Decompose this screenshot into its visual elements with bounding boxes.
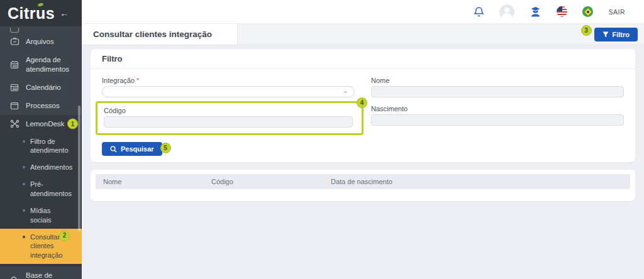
bullet-dot bbox=[23, 140, 25, 143]
title-segment: Consultar clientes integração bbox=[82, 24, 238, 45]
calendar-icon bbox=[9, 83, 19, 92]
bullet-dot bbox=[23, 209, 25, 212]
flag-us-canton bbox=[557, 6, 562, 11]
archive-icon bbox=[9, 37, 19, 46]
sidebar-subitem-pre-atendimentos[interactable]: Pré-atendimentos bbox=[0, 176, 82, 202]
sidebar-subitem-label: Pré-atendimentos bbox=[30, 180, 72, 199]
sidebar-item-label: LemonDesk bbox=[26, 119, 64, 129]
sidebar-item-agenda-de-atendimentos[interactable]: Agenda de atendimentos bbox=[0, 51, 82, 79]
nascimento-label: Nascimento bbox=[371, 105, 624, 112]
page-title: Consultar clientes integração bbox=[93, 30, 212, 39]
sidebar-item-calendario[interactable]: Calendário bbox=[0, 79, 82, 97]
codigo-input[interactable] bbox=[104, 116, 353, 128]
table-header-data-nascimento: Data de nascimento bbox=[323, 178, 630, 185]
titlebar: Consultar clientes integração 3 Filtro bbox=[82, 24, 644, 45]
select-chevron-down-icon: ⌄ bbox=[343, 87, 348, 94]
sidebar-subitem-atendimentos[interactable]: Atendimentos bbox=[0, 159, 82, 176]
sidebar-item-label: Arquivos bbox=[26, 37, 54, 46]
sidebar-scrollbar[interactable] bbox=[78, 106, 80, 231]
sidebar-item-lemondesk[interactable]: LemonDesk ⌄ 1 bbox=[0, 115, 82, 133]
sidebar-item-processos[interactable]: Processos bbox=[0, 97, 82, 115]
table-body-empty bbox=[96, 189, 630, 197]
table-header-nome: Nome bbox=[96, 178, 204, 185]
lemondesk-group: LemonDesk ⌄ 1 Filtro de atendimento Aten… bbox=[0, 115, 82, 266]
annotation-badge-5: 5 bbox=[160, 143, 171, 153]
avatar-body bbox=[502, 13, 512, 19]
sidebar-item-label: Calendário bbox=[26, 83, 61, 92]
sidebar-subitem-midias-sociais[interactable]: Mídias sociais bbox=[0, 202, 82, 229]
main-area: SAIR Consultar clientes integração 3 Fil… bbox=[82, 0, 644, 279]
topbar: SAIR bbox=[82, 0, 644, 24]
sidebar-subitem-filtro-de-atendimento[interactable]: Filtro de atendimento bbox=[0, 133, 82, 160]
annotation-badge-4: 4 bbox=[357, 97, 367, 108]
bullet-dot bbox=[23, 183, 25, 185]
filter-panel: Filtro Integração * ⌄ Nome bbox=[91, 49, 635, 162]
codigo-field: Código 4 bbox=[102, 105, 355, 129]
sidebar-collapse-arrow-icon[interactable]: ← bbox=[60, 8, 69, 18]
results-table: Nome Código Data de nascimento bbox=[91, 170, 635, 201]
bullet-dot bbox=[23, 166, 25, 168]
filter-button[interactable]: Filtro bbox=[594, 28, 638, 41]
annotation-badge-1: 1 bbox=[67, 119, 78, 129]
annotation-badge-3: 3 bbox=[581, 25, 592, 36]
sidebar-item-label: Agenda de atendimentos bbox=[26, 55, 77, 74]
integracao-field: Integração * ⌄ bbox=[102, 77, 355, 97]
nascimento-field: Nascimento bbox=[371, 105, 624, 129]
agenda-icon bbox=[9, 60, 19, 69]
filter-form: Integração * ⌄ Nome Código bbox=[91, 69, 635, 162]
integracao-label: Integração * bbox=[102, 77, 355, 84]
filter-grid: Integração * ⌄ Nome Código bbox=[102, 77, 624, 129]
sidebar-item-label: Base de conhecimento bbox=[26, 271, 77, 279]
sidebar-subitem-label: Mídias sociais bbox=[30, 206, 65, 225]
table-header-codigo: Código bbox=[204, 178, 323, 185]
nome-input[interactable] bbox=[371, 86, 624, 97]
integracao-select[interactable]: ⌄ bbox=[102, 86, 355, 97]
sidebar-item-arquivos[interactable]: Arquivos bbox=[0, 33, 82, 51]
search-button-row: Pesquisar 5 bbox=[102, 142, 624, 156]
clipped-item-icon bbox=[10, 28, 19, 33]
codigo-label: Código bbox=[104, 107, 353, 114]
flag-br-globe bbox=[587, 11, 589, 13]
flag-us-icon[interactable] bbox=[557, 6, 567, 17]
nascimento-input[interactable] bbox=[371, 114, 624, 126]
sidebar: Citrus ← Arquivos Agenda de atendimentos bbox=[0, 0, 82, 279]
table-header-row: Nome Código Data de nascimento bbox=[96, 174, 630, 189]
sidebar-subitem-consultar-clientes-integracao[interactable]: Consultar clientes integração 2 bbox=[0, 229, 82, 265]
sidebar-header: Citrus ← bbox=[0, 0, 82, 26]
notification-bell-icon[interactable] bbox=[474, 6, 484, 18]
search-icon bbox=[9, 276, 19, 279]
search-icon bbox=[110, 146, 117, 153]
annotation-rectangle: Código 4 bbox=[96, 101, 364, 135]
sidebar-subitem-label: Atendimentos bbox=[30, 163, 72, 172]
window-icon bbox=[9, 102, 19, 110]
avatar-head bbox=[504, 8, 509, 13]
filter-button-label: Filtro bbox=[613, 31, 630, 38]
flag-br-icon[interactable] bbox=[582, 6, 593, 17]
search-button-label: Pesquisar bbox=[121, 145, 154, 153]
network-icon bbox=[9, 119, 19, 128]
sidebar-nav: Arquivos Agenda de atendimentos Calendár… bbox=[0, 33, 82, 279]
citrus-logo: Citrus bbox=[8, 4, 55, 23]
graduate-user-icon[interactable] bbox=[530, 6, 541, 18]
search-button[interactable]: Pesquisar bbox=[102, 142, 162, 156]
bullet-dot bbox=[23, 236, 25, 238]
annotation-badge-2: 2 bbox=[59, 231, 70, 241]
filter-button-area: 3 Filtro bbox=[581, 28, 638, 41]
content-area: Filtro Integração * ⌄ Nome bbox=[82, 45, 644, 279]
required-asterisk: * bbox=[136, 77, 139, 84]
nome-label: Nome bbox=[371, 77, 624, 84]
app-root: Citrus ← Arquivos Agenda de atendimentos bbox=[0, 0, 644, 279]
logout-button[interactable]: SAIR bbox=[608, 8, 625, 16]
filter-panel-title: Filtro bbox=[91, 49, 635, 69]
sidebar-item-base-de-conhecimento[interactable]: Base de conhecimento bbox=[0, 266, 82, 279]
funnel-icon bbox=[602, 31, 609, 38]
avatar[interactable] bbox=[499, 4, 514, 19]
sidebar-item-label: Processos bbox=[26, 101, 60, 111]
nome-field: Nome bbox=[371, 77, 624, 97]
sidebar-subitem-label: Filtro de atendimento bbox=[30, 137, 69, 156]
